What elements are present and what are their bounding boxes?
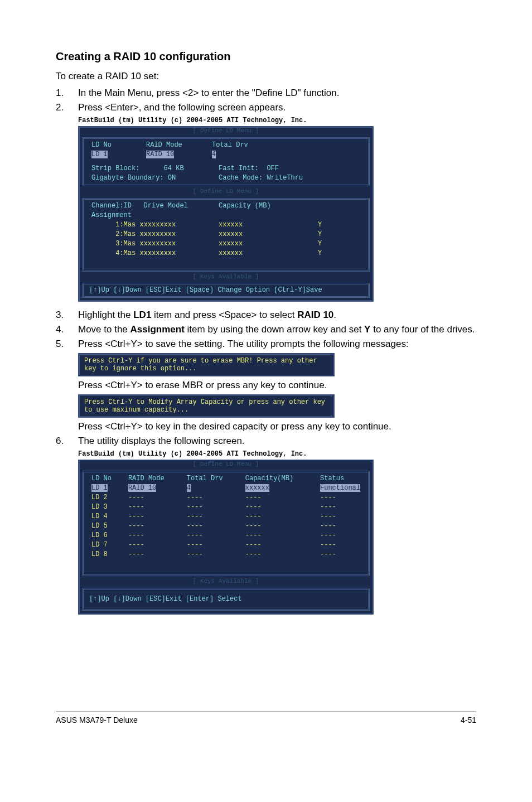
- intro-text: To create a RAID 10 set:: [56, 71, 476, 82]
- col-drv: Total Drv: [185, 474, 243, 484]
- step-1: In the Main Menu, press <2> to enter the…: [78, 88, 476, 99]
- drive-table: Channel:ID Drive Model Capacity (MB) Ass…: [89, 201, 362, 258]
- step-number: 2.: [56, 102, 78, 113]
- ld-row: LD 4----------------: [89, 512, 362, 521]
- step-6: The utility displays the following scree…: [78, 436, 476, 447]
- drive-row: 3:Mas xxxxxxxxx xxxxxx Y: [89, 239, 362, 249]
- drive-row: 1:Mas xxxxxxxxx xxxxxx Y: [89, 220, 362, 230]
- col-cap: Capacity(MB): [243, 474, 318, 484]
- col-ldno: LD No: [89, 474, 126, 484]
- cell-drv: 4: [212, 151, 216, 158]
- bios-screenshot-1: FastBuild (tm) Utility (c) 2004-2005 ATI…: [78, 117, 374, 302]
- bios-title: FastBuild (tm) Utility (c) 2004-2005 ATI…: [78, 450, 374, 458]
- page-heading: Creating a RAID 10 configuration: [56, 50, 476, 63]
- col-ldno: LD No: [89, 141, 144, 150]
- drive-row: 2:Mas xxxxxxxxx xxxxxx Y: [89, 230, 362, 239]
- ld-row: LD 5----------------: [89, 521, 362, 531]
- col-chan: Channel:ID Drive Model: [89, 201, 216, 211]
- sub-text-2: Press <Ctrl+Y> to key in the desired cap…: [78, 421, 476, 432]
- step-4: Move to the Assignment item by using the…: [78, 324, 476, 335]
- col-cap: Capacity (MB): [216, 201, 316, 211]
- message-box-1: Press Ctrl-Y if you are sure to erase MB…: [78, 353, 335, 376]
- drive-row: 4:Mas xxxxxxxxx xxxxxx Y: [89, 249, 362, 258]
- step-2: Press <Enter>, and the following screen …: [78, 102, 476, 113]
- ld-row: LD 6----------------: [89, 531, 362, 540]
- ld-header-table: LD No RAID Mode Total Drv LD 1 RAID 10 4: [89, 141, 362, 160]
- keys-label: [ Keys Available ]: [80, 273, 372, 281]
- opt-fastinit: Fast Init: OFF: [216, 164, 362, 173]
- step-3: Highlight the LD1 item and press <Space>…: [78, 310, 476, 321]
- col-stat: Status: [318, 474, 362, 484]
- keys-label: [ Keys Available ]: [80, 578, 372, 586]
- ld-row: LD 8----------------: [89, 550, 362, 559]
- opt-cache: Cache Mode: WriteThru: [216, 173, 362, 183]
- ld-list-table: LD No RAID Mode Total Drv Capacity(MB) S…: [89, 474, 362, 559]
- step-number: 3.: [56, 310, 78, 321]
- bios-title: FastBuild (tm) Utility (c) 2004-2005 ATI…: [78, 117, 374, 125]
- footer-right: 4-51: [461, 716, 476, 724]
- section-label: [ Define LD Menu ]: [80, 461, 372, 468]
- options-table: Strip Block: 64 KB Fast Init: OFF Gigaby…: [89, 164, 362, 183]
- bios-screenshot-2: FastBuild (tm) Utility (c) 2004-2005 ATI…: [78, 450, 374, 615]
- keys-bar-text: [↑]Up [↓]Down [ESC]Exit [Space] Change O…: [84, 284, 368, 296]
- ld-row: LD 1 RAID 10 4 xxxxxx Functional: [89, 484, 362, 493]
- step-number: 5.: [56, 339, 78, 350]
- ld-row: LD 7----------------: [89, 540, 362, 550]
- section-label: [ Define LD Menu ]: [80, 127, 372, 135]
- step-number: 4.: [56, 324, 78, 335]
- sub-text-1: Press <Ctrl+Y> to erase MBR or press any…: [78, 380, 476, 391]
- footer-left: ASUS M3A79-T Deluxe: [56, 716, 138, 724]
- message-box-2: Press Ctrl-Y to Modify Array Capacity or…: [78, 394, 335, 418]
- opt-gig: Gigabyte Boundary: ON: [89, 173, 216, 183]
- step-5: Press <Ctrl+Y> to save the setting. The …: [78, 339, 476, 350]
- section-label: [ Define LD Menu ]: [80, 188, 372, 196]
- ld-row: LD 3----------------: [89, 503, 362, 512]
- cell-ld: LD 1: [91, 151, 108, 158]
- ld-row: LD 2----------------: [89, 493, 362, 503]
- opt-strip: Strip Block: 64 KB: [89, 164, 216, 173]
- step-number: 6.: [56, 436, 78, 447]
- col-raidmode: RAID Mode: [144, 141, 210, 150]
- col-asg: Assignment: [89, 211, 216, 220]
- cell-mode: RAID 10: [146, 151, 174, 158]
- col-mode: RAID Mode: [126, 474, 185, 484]
- step-number: 1.: [56, 88, 78, 99]
- col-totaldrv: Total Drv: [210, 141, 362, 150]
- ld-selected-row: LD 1 RAID 10 4: [89, 150, 362, 160]
- keys-bar-text: [↑]Up [↓]Down [ESC]Exit [Enter] Select: [84, 590, 368, 609]
